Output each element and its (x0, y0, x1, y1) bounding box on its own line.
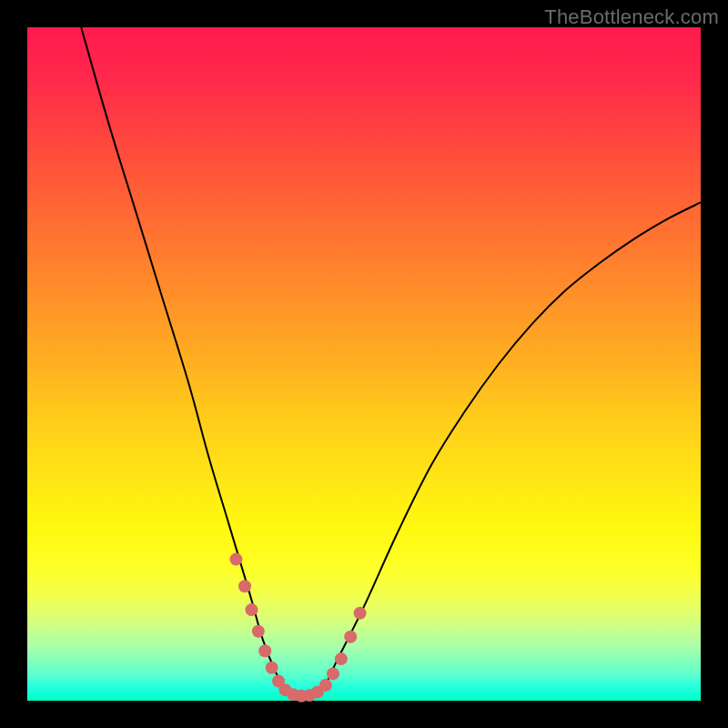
curve-marker (327, 667, 339, 680)
curve-marker (335, 652, 348, 665)
curve-marker (344, 631, 357, 643)
curve-marker (229, 553, 242, 566)
marker-group (229, 553, 366, 703)
curve-marker (252, 625, 265, 638)
curve-marker (266, 662, 278, 674)
curve-marker (245, 603, 258, 616)
curve-marker (354, 607, 367, 620)
curve-marker (319, 679, 332, 692)
curve-marker (258, 644, 271, 657)
watermark-text: TheBottleneck.com (544, 5, 719, 29)
curve-layer (27, 27, 701, 701)
plot-area (27, 27, 701, 701)
chart-frame: TheBottleneck.com (0, 0, 728, 728)
bottleneck-curve (81, 27, 701, 696)
curve-marker (238, 580, 251, 592)
